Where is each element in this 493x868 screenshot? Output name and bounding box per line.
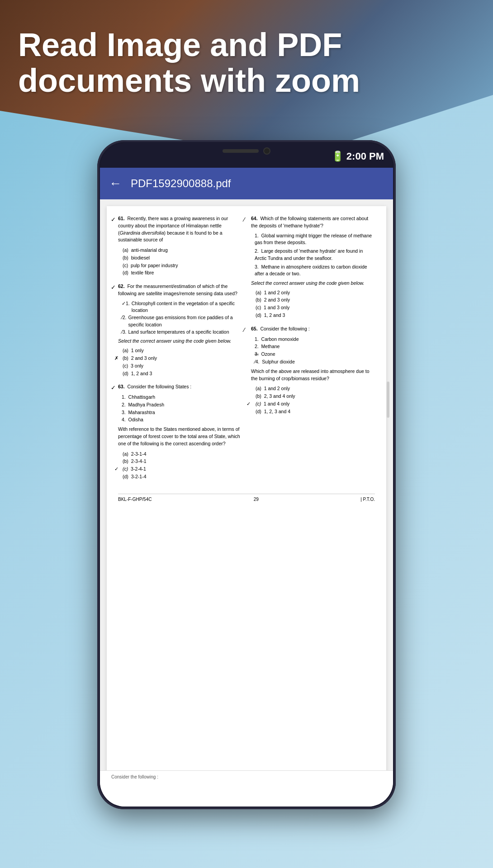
left-column: ✓ 61. Recently, there was a growing awar…: [118, 215, 242, 487]
right-column: ∕ 64. Which of the following statements …: [251, 215, 375, 487]
title-line1: Read Image and PDF: [18, 27, 475, 63]
footer-right: | P.T.O.: [360, 496, 375, 503]
q61-num: 61.: [118, 216, 125, 221]
battery-icon: 🔋: [332, 151, 344, 162]
app-bar: ← PDF1592900888.pdf: [100, 168, 393, 199]
pdf-bottom-partial: Consider the following :: [100, 770, 393, 807]
question-62: ✓ 62. For the measurement/estimation of …: [118, 283, 242, 377]
question-63: ✓ 63. Consider the following States : 1.…: [118, 383, 242, 480]
phone-inner: 🔋 2:00 PM ← PDF1592900888.pdf: [100, 143, 393, 807]
pdf-page: ✓ 61. Recently, there was a growing awar…: [107, 206, 386, 800]
front-camera: [263, 147, 270, 155]
back-button[interactable]: ←: [109, 176, 122, 191]
pdf-columns: ✓ 61. Recently, there was a growing awar…: [118, 215, 375, 487]
scroll-indicator[interactable]: [387, 382, 389, 418]
q65-num: 65.: [251, 326, 258, 331]
q62-num: 62.: [118, 283, 125, 289]
phone-frame: 🔋 2:00 PM ← PDF1592900888.pdf: [97, 140, 396, 809]
title-area: Read Image and PDF documents with zoom: [18, 27, 475, 99]
time-display: 2:00 PM: [346, 151, 384, 162]
document-title: PDF1592900888.pdf: [131, 177, 231, 190]
q64-num: 64.: [251, 216, 258, 221]
pdf-content[interactable]: ✓ 61. Recently, there was a growing awar…: [100, 199, 393, 807]
question-65: ∕ 65. Consider the following : 1. Carbon…: [251, 326, 375, 415]
footer-left: BKL-F-GHP/54C: [118, 496, 152, 503]
status-time: 🔋 2:00 PM: [332, 151, 384, 162]
bottom-partial-text: Consider the following :: [111, 774, 382, 779]
page-number: 29: [254, 496, 259, 503]
phone-notch: [201, 143, 292, 159]
title-line2: documents with zoom: [18, 63, 475, 99]
q63-num: 63.: [118, 384, 125, 389]
question-61: ✓ 61. Recently, there was a growing awar…: [118, 215, 242, 277]
pdf-footer: BKL-F-GHP/54C 29 | P.T.O.: [118, 494, 375, 503]
speaker: [223, 149, 259, 153]
question-64: ∕ 64. Which of the following statements …: [251, 215, 375, 319]
